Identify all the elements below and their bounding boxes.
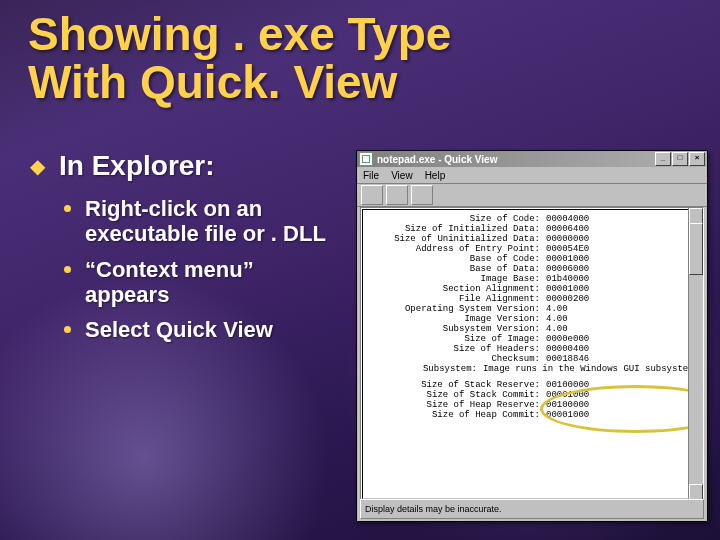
bullet-text: Select Quick View: [85, 317, 273, 342]
minimize-button[interactable]: _: [655, 152, 671, 166]
status-text: Display details may be inaccurate.: [365, 504, 502, 514]
data-row: File Alignment:00000200: [365, 294, 699, 304]
toolbar: [357, 184, 707, 207]
data-row: Size of Heap Commit:00001000: [365, 410, 699, 420]
row-label: Image Base:: [365, 274, 546, 284]
bullet-text: Right-click on an executable file or . D…: [85, 196, 330, 247]
row-label: Size of Initialized Data:: [365, 224, 546, 234]
data-row: Size of Heap Reserve:00100000: [365, 400, 699, 410]
rows-block-1: Size of Code:00004000Size of Initialized…: [365, 214, 699, 374]
window-title: notepad.exe - Quick View: [377, 154, 655, 165]
row-value: 000054E0: [546, 244, 699, 254]
dot-bullet-icon: [64, 205, 71, 212]
content-pane: Size of Code:00004000Size of Initialized…: [360, 207, 704, 501]
row-label: Size of Image:: [365, 334, 546, 344]
toolbar-button[interactable]: [386, 185, 408, 205]
row-label: Size of Uninitialized Data:: [365, 234, 546, 244]
title-line-1: Showing . exe Type: [28, 10, 451, 58]
row-value: 00006000: [546, 264, 699, 274]
data-row: Subsystem Version:4.00: [365, 324, 699, 334]
row-label: Checksum:: [365, 354, 546, 364]
row-value: 00001000: [546, 410, 699, 420]
row-label: Size of Heap Reserve:: [365, 400, 546, 410]
vertical-scrollbar[interactable]: [688, 208, 703, 500]
row-value: 00001000: [546, 284, 699, 294]
slide-title: Showing . exe Type With Quick. View: [28, 10, 451, 107]
row-label: Image Version:: [365, 314, 546, 324]
data-row: Checksum:00018846: [365, 354, 699, 364]
content-block: ◆ In Explorer: Right-click on an executa…: [30, 150, 330, 352]
window-buttons: _ □ ×: [655, 152, 705, 166]
row-value: 4.00: [546, 314, 699, 324]
row-value: 00100000: [546, 380, 699, 390]
bullet-item: Right-click on an executable file or . D…: [64, 196, 330, 247]
data-row: Size of Headers:00000400: [365, 344, 699, 354]
toolbar-button[interactable]: [411, 185, 433, 205]
maximize-button[interactable]: □: [672, 152, 688, 166]
content-inner: Size of Code:00004000Size of Initialized…: [362, 209, 702, 499]
menu-help[interactable]: Help: [425, 170, 446, 181]
data-row: Size of Initialized Data:00006400: [365, 224, 699, 234]
row-value: 00100000: [546, 400, 699, 410]
bullet-item: Select Quick View: [64, 317, 330, 342]
quickview-window: notepad.exe - Quick View _ □ × File View…: [356, 150, 708, 522]
row-label: Base of Code:: [365, 254, 546, 264]
row-label: Operating System Version:: [365, 304, 546, 314]
row-value: 00006400: [546, 224, 699, 234]
scroll-down-button[interactable]: [689, 484, 703, 500]
row-label: Subsystem Version:: [365, 324, 546, 334]
menu-bar: File View Help: [357, 167, 707, 184]
row-label: Address of Entry Point:: [365, 244, 546, 254]
heading-text: In Explorer:: [59, 150, 215, 182]
row-label: Section Alignment:: [365, 284, 546, 294]
data-row: Size of Code:00004000: [365, 214, 699, 224]
status-bar: Display details may be inaccurate.: [360, 499, 704, 519]
menu-view[interactable]: View: [391, 170, 413, 181]
title-line-2: With Quick. View: [28, 58, 451, 106]
row-label: Size of Heap Commit:: [365, 410, 546, 420]
row-label: Size of Stack Commit:: [365, 390, 546, 400]
dot-bullet-icon: [64, 266, 71, 273]
row-value: 00018846: [546, 354, 699, 364]
data-row: Size of Stack Reserve:00100000: [365, 380, 699, 390]
app-icon: [359, 152, 373, 166]
titlebar[interactable]: notepad.exe - Quick View _ □ ×: [357, 151, 707, 167]
row-label: Subsystem:: [365, 364, 483, 374]
data-row: Image Version:4.00: [365, 314, 699, 324]
row-label: Size of Code:: [365, 214, 546, 224]
menu-file[interactable]: File: [363, 170, 379, 181]
bullet-item: “Context menu” appears: [64, 257, 330, 308]
data-row: Operating System Version:4.00: [365, 304, 699, 314]
row-value: 4.00: [546, 304, 699, 314]
data-row: Image Base:01b40000: [365, 274, 699, 284]
row-value: 00001000: [546, 390, 699, 400]
data-row: Size of Uninitialized Data:00000000: [365, 234, 699, 244]
row-label: File Alignment:: [365, 294, 546, 304]
slide: Showing . exe Type With Quick. View ◆ In…: [0, 0, 720, 540]
data-row: Section Alignment:00001000: [365, 284, 699, 294]
close-button[interactable]: ×: [689, 152, 705, 166]
row-label: Base of Data:: [365, 264, 546, 274]
row-label: Size of Headers:: [365, 344, 546, 354]
data-row: Base of Code:00001000: [365, 254, 699, 264]
row-value: 00001000: [546, 254, 699, 264]
scroll-thumb[interactable]: [689, 223, 703, 275]
heading-row: ◆ In Explorer:: [30, 150, 330, 182]
data-row: Size of Image:0000e000: [365, 334, 699, 344]
row-value: 00004000: [546, 214, 699, 224]
row-label: Size of Stack Reserve:: [365, 380, 546, 390]
dot-bullet-icon: [64, 326, 71, 333]
data-row: Subsystem:Image runs in the Windows GUI …: [365, 364, 699, 374]
data-row: Base of Data:00006000: [365, 264, 699, 274]
row-value: 00000200: [546, 294, 699, 304]
toolbar-button[interactable]: [361, 185, 383, 205]
data-row: Size of Stack Commit:00001000: [365, 390, 699, 400]
row-value: Image runs in the Windows GUI subsystem.: [483, 364, 699, 374]
row-value: 4.00: [546, 324, 699, 334]
scroll-up-button[interactable]: [689, 208, 703, 224]
row-value: 01b40000: [546, 274, 699, 284]
row-value: 00000400: [546, 344, 699, 354]
diamond-bullet-icon: ◆: [30, 154, 45, 178]
data-row: Address of Entry Point:000054E0: [365, 244, 699, 254]
bullet-text: “Context menu” appears: [85, 257, 330, 308]
